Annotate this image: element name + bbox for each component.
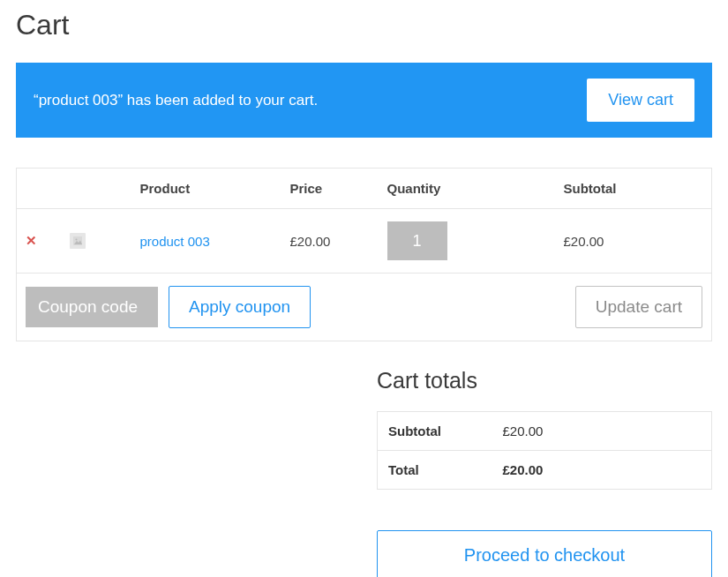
subtotal-label: Subtotal: [378, 412, 492, 451]
cart-table: Product Price Quantity Subtotal ✕ produc…: [16, 168, 712, 341]
header-product: Product: [131, 169, 281, 209]
header-quantity: Quantity: [379, 169, 555, 209]
coupon-code-input[interactable]: [26, 287, 158, 327]
view-cart-button[interactable]: View cart: [587, 79, 694, 122]
product-name-link[interactable]: product 003: [140, 234, 210, 249]
notice-message: “product 003” has been added to your car…: [34, 92, 318, 109]
quantity-input[interactable]: [387, 221, 447, 260]
added-to-cart-notice: “product 003” has been added to your car…: [16, 63, 712, 138]
cart-totals-section: Cart totals Subtotal £20.00 Total £20.00…: [377, 368, 712, 577]
total-label: Total: [378, 451, 492, 490]
header-price: Price: [281, 169, 379, 209]
header-subtotal: Subtotal: [555, 169, 712, 209]
update-cart-button[interactable]: Update cart: [575, 286, 702, 328]
product-price: £20.00: [281, 209, 379, 274]
product-image-placeholder-icon: [70, 233, 86, 249]
proceed-to-checkout-button[interactable]: Proceed to checkout: [377, 530, 712, 577]
cart-totals-table: Subtotal £20.00 Total £20.00: [377, 411, 712, 490]
subtotal-value: £20.00: [492, 412, 712, 451]
table-row: ✕ product 003 £20.00 £20.00: [17, 209, 712, 274]
apply-coupon-button[interactable]: Apply coupon: [169, 286, 311, 328]
cart-totals-heading: Cart totals: [377, 368, 712, 393]
remove-item-button[interactable]: ✕: [26, 233, 37, 249]
product-subtotal: £20.00: [555, 209, 712, 274]
page-title: Cart: [16, 9, 712, 41]
svg-point-1: [75, 239, 77, 241]
header-remove: [17, 169, 61, 209]
header-thumbnail: [61, 169, 131, 209]
total-value: £20.00: [492, 451, 712, 490]
